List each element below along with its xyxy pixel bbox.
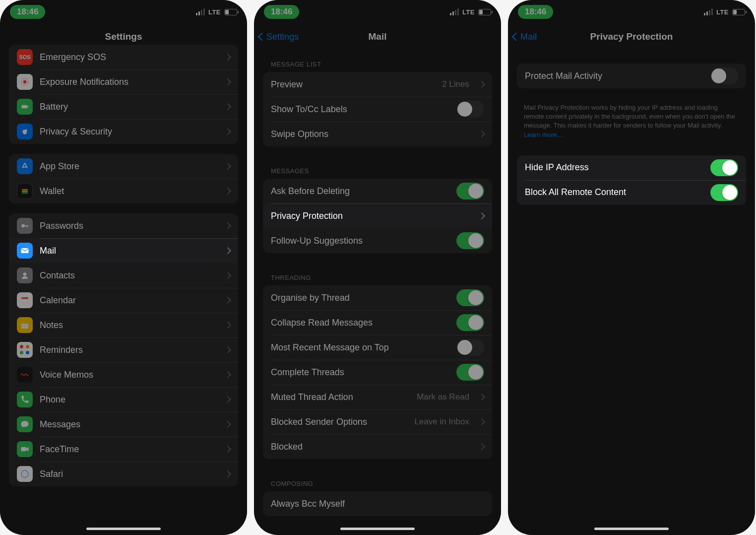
row-label: Privacy & Security — [40, 127, 215, 137]
row-preview[interactable]: Preview 2 Lines — [263, 72, 492, 97]
svg-rect-6 — [22, 193, 28, 194]
row-label: Battery — [40, 102, 215, 112]
settings-group-system: SOS Emergency SOS Exposure Notifications… — [9, 45, 238, 144]
row-mail[interactable]: Mail — [9, 238, 238, 263]
status-right: LTE — [450, 8, 491, 16]
row-collapse-read[interactable]: Collapse Read Messages — [263, 310, 492, 335]
key-icon — [17, 218, 33, 234]
row-contacts[interactable]: Contacts — [9, 263, 238, 288]
wallet-icon — [17, 183, 33, 199]
row-passwords[interactable]: Passwords — [9, 213, 238, 238]
section-composing: COMPOSING — [263, 469, 492, 491]
toggle-block-remote[interactable] — [710, 184, 738, 201]
group-messages: Ask Before Deleting Privacy Protection F… — [263, 179, 492, 253]
svg-rect-10 — [21, 248, 29, 253]
row-hide-ip-address[interactable]: Hide IP Address — [517, 155, 746, 180]
row-messages[interactable]: Messages — [9, 412, 238, 437]
row-app-store[interactable]: App Store — [9, 154, 238, 179]
row-swipe-options[interactable]: Swipe Options — [263, 122, 492, 146]
back-button[interactable]: Settings — [259, 32, 299, 42]
safari-icon — [17, 466, 33, 482]
calendar-icon — [17, 292, 33, 308]
home-indicator[interactable] — [594, 528, 669, 530]
row-label: FaceTime — [40, 444, 215, 455]
row-value: Mark as Read — [417, 392, 469, 402]
mail-content[interactable]: MESSAGE LIST Preview 2 Lines Show To/Cc … — [254, 50, 501, 535]
toggle-hide-ip[interactable] — [710, 159, 738, 176]
row-ask-before-deleting[interactable]: Ask Before Deleting — [263, 179, 492, 203]
row-privacy-protection[interactable]: Privacy Protection — [263, 203, 492, 228]
row-label: Phone — [40, 395, 215, 405]
battery-icon — [17, 99, 33, 115]
settings-group-store: App Store Wallet — [9, 154, 238, 203]
row-show-tocc[interactable]: Show To/Cc Labels — [263, 97, 492, 122]
toggle-follow-up[interactable] — [456, 232, 484, 249]
row-always-bcc[interactable]: Always Bcc Myself — [263, 491, 492, 516]
chevron-right-icon — [224, 396, 231, 403]
row-privacy-security[interactable]: Privacy & Security — [9, 119, 238, 144]
row-facetime[interactable]: FaceTime — [9, 437, 238, 462]
learn-more-link[interactable]: Learn more… — [524, 131, 563, 138]
svg-rect-15 — [21, 324, 28, 329]
row-emergency-sos[interactable]: SOS Emergency SOS — [9, 45, 238, 69]
row-phone[interactable]: Phone — [9, 387, 238, 412]
chevron-right-icon — [478, 394, 485, 401]
screen-mail-settings: 18:46 LTE Settings Mail MESSAGE LIST Pre… — [254, 0, 501, 535]
row-notes[interactable]: Notes — [9, 313, 238, 337]
battery-icon — [732, 9, 745, 15]
svg-rect-12 — [21, 297, 28, 299]
home-indicator[interactable] — [340, 528, 415, 530]
row-muted-thread-action[interactable]: Muted Thread Action Mark as Read — [263, 385, 492, 409]
row-label: Show To/Cc Labels — [271, 104, 449, 115]
row-exposure-notifications[interactable]: Exposure Notifications — [9, 69, 238, 94]
chevron-right-icon — [224, 247, 231, 254]
row-most-recent-top[interactable]: Most Recent Message on Top — [263, 335, 492, 360]
back-label: Settings — [266, 32, 299, 42]
toggle-most-recent-top[interactable] — [456, 339, 484, 356]
status-time: 18:46 — [518, 5, 553, 19]
nav-bar: Mail Privacy Protection — [508, 24, 755, 50]
chevron-right-icon — [224, 78, 231, 85]
toggle-complete-threads[interactable] — [456, 364, 484, 381]
back-button[interactable]: Mail — [513, 32, 537, 42]
row-label: Reminders — [40, 345, 215, 355]
privacy-content[interactable]: Protect Mail Activity Mail Privacy Prote… — [508, 50, 755, 535]
row-label: Wallet — [40, 186, 215, 197]
signal-icon — [450, 8, 459, 15]
toggle-show-tocc[interactable] — [456, 101, 484, 118]
settings-content[interactable]: SOS Emergency SOS Exposure Notifications… — [0, 45, 247, 535]
row-voice-memos[interactable]: Voice Memos — [9, 362, 238, 387]
toggle-ask-before-deleting[interactable] — [456, 183, 484, 200]
row-block-remote-content[interactable]: Block All Remote Content — [517, 180, 746, 205]
row-safari[interactable]: Safari — [9, 462, 238, 486]
home-indicator[interactable] — [86, 528, 161, 530]
svg-point-20 — [21, 470, 28, 477]
svg-rect-5 — [22, 191, 28, 192]
row-label: Protect Mail Activity — [525, 71, 703, 81]
row-label: Blocked — [271, 442, 469, 452]
row-wallet[interactable]: Wallet — [9, 179, 238, 203]
chevron-left-icon — [258, 33, 266, 41]
row-label: Muted Thread Action — [271, 392, 410, 402]
row-organise-thread[interactable]: Organise by Thread — [263, 285, 492, 310]
chevron-right-icon — [224, 297, 231, 304]
toggle-organise-thread[interactable] — [456, 289, 484, 306]
row-reminders[interactable]: Reminders — [9, 337, 238, 362]
row-label: Exposure Notifications — [40, 77, 215, 87]
row-blocked[interactable]: Blocked — [263, 434, 492, 459]
row-complete-threads[interactable]: Complete Threads — [263, 360, 492, 385]
row-label: Swipe Options — [271, 129, 469, 139]
row-protect-mail-activity[interactable]: Protect Mail Activity — [517, 64, 746, 88]
toggle-collapse-read[interactable] — [456, 314, 484, 331]
group-threading: Organise by Thread Collapse Read Message… — [263, 285, 492, 459]
row-blocked-sender-options[interactable]: Blocked Sender Options Leave in Inbox — [263, 409, 492, 434]
contacts-icon — [17, 268, 33, 283]
chevron-right-icon — [224, 470, 231, 477]
row-value: 2 Lines — [442, 79, 469, 89]
network-label: LTE — [716, 8, 729, 16]
row-calendar[interactable]: Calendar — [9, 288, 238, 313]
chevron-right-icon — [224, 421, 231, 428]
row-follow-up[interactable]: Follow-Up Suggestions — [263, 228, 492, 253]
row-battery[interactable]: Battery — [9, 94, 238, 119]
toggle-protect-mail-activity[interactable] — [710, 67, 738, 84]
